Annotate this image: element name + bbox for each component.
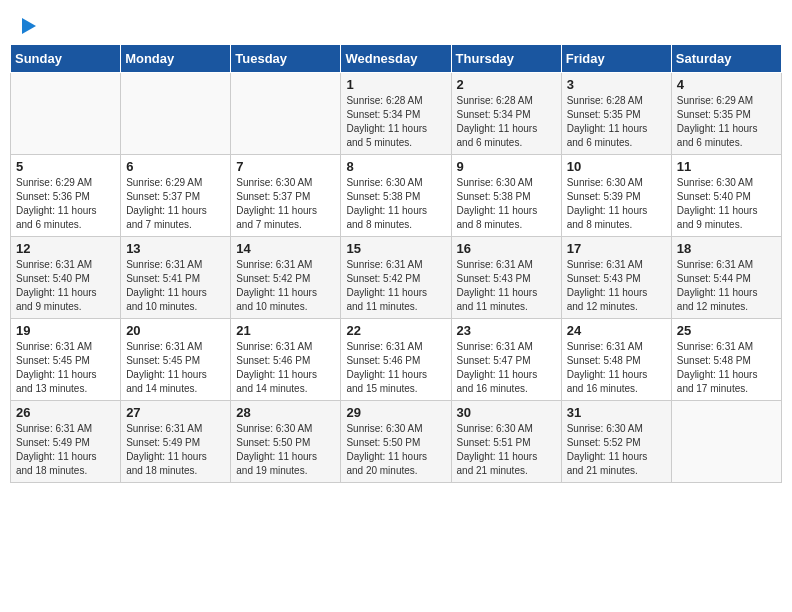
page-header [10,10,782,39]
day-number: 3 [567,77,666,92]
day-info: Sunrise: 6:31 AM Sunset: 5:45 PM Dayligh… [16,340,115,396]
calendar-cell: 27Sunrise: 6:31 AM Sunset: 5:49 PM Dayli… [121,401,231,483]
day-number: 24 [567,323,666,338]
day-number: 29 [346,405,445,420]
day-info: Sunrise: 6:30 AM Sunset: 5:38 PM Dayligh… [346,176,445,232]
day-number: 31 [567,405,666,420]
calendar-cell: 14Sunrise: 6:31 AM Sunset: 5:42 PM Dayli… [231,237,341,319]
day-info: Sunrise: 6:28 AM Sunset: 5:35 PM Dayligh… [567,94,666,150]
calendar-cell: 24Sunrise: 6:31 AM Sunset: 5:48 PM Dayli… [561,319,671,401]
day-info: Sunrise: 6:30 AM Sunset: 5:37 PM Dayligh… [236,176,335,232]
calendar-cell: 7Sunrise: 6:30 AM Sunset: 5:37 PM Daylig… [231,155,341,237]
calendar-cell: 28Sunrise: 6:30 AM Sunset: 5:50 PM Dayli… [231,401,341,483]
calendar-cell [671,401,781,483]
day-number: 26 [16,405,115,420]
day-number: 16 [457,241,556,256]
calendar-cell: 4Sunrise: 6:29 AM Sunset: 5:35 PM Daylig… [671,73,781,155]
week-row-1: 1Sunrise: 6:28 AM Sunset: 5:34 PM Daylig… [11,73,782,155]
day-info: Sunrise: 6:30 AM Sunset: 5:52 PM Dayligh… [567,422,666,478]
day-info: Sunrise: 6:30 AM Sunset: 5:50 PM Dayligh… [236,422,335,478]
day-number: 13 [126,241,225,256]
day-info: Sunrise: 6:30 AM Sunset: 5:40 PM Dayligh… [677,176,776,232]
day-number: 4 [677,77,776,92]
day-number: 6 [126,159,225,174]
weekday-header-monday: Monday [121,45,231,73]
weekday-header-tuesday: Tuesday [231,45,341,73]
week-row-2: 5Sunrise: 6:29 AM Sunset: 5:36 PM Daylig… [11,155,782,237]
day-info: Sunrise: 6:29 AM Sunset: 5:37 PM Dayligh… [126,176,225,232]
day-info: Sunrise: 6:29 AM Sunset: 5:35 PM Dayligh… [677,94,776,150]
day-number: 14 [236,241,335,256]
calendar-cell: 8Sunrise: 6:30 AM Sunset: 5:38 PM Daylig… [341,155,451,237]
calendar-cell [231,73,341,155]
day-info: Sunrise: 6:31 AM Sunset: 5:44 PM Dayligh… [677,258,776,314]
calendar-cell: 1Sunrise: 6:28 AM Sunset: 5:34 PM Daylig… [341,73,451,155]
day-info: Sunrise: 6:31 AM Sunset: 5:45 PM Dayligh… [126,340,225,396]
calendar-cell [121,73,231,155]
day-info: Sunrise: 6:31 AM Sunset: 5:49 PM Dayligh… [126,422,225,478]
day-number: 30 [457,405,556,420]
day-number: 9 [457,159,556,174]
day-number: 20 [126,323,225,338]
week-row-4: 19Sunrise: 6:31 AM Sunset: 5:45 PM Dayli… [11,319,782,401]
calendar-cell: 29Sunrise: 6:30 AM Sunset: 5:50 PM Dayli… [341,401,451,483]
calendar-cell: 10Sunrise: 6:30 AM Sunset: 5:39 PM Dayli… [561,155,671,237]
day-info: Sunrise: 6:30 AM Sunset: 5:50 PM Dayligh… [346,422,445,478]
calendar-cell: 30Sunrise: 6:30 AM Sunset: 5:51 PM Dayli… [451,401,561,483]
calendar-cell: 25Sunrise: 6:31 AM Sunset: 5:48 PM Dayli… [671,319,781,401]
day-number: 23 [457,323,556,338]
calendar-table: SundayMondayTuesdayWednesdayThursdayFrid… [10,44,782,483]
day-number: 7 [236,159,335,174]
day-number: 27 [126,405,225,420]
week-row-5: 26Sunrise: 6:31 AM Sunset: 5:49 PM Dayli… [11,401,782,483]
calendar-cell: 9Sunrise: 6:30 AM Sunset: 5:38 PM Daylig… [451,155,561,237]
day-number: 18 [677,241,776,256]
day-number: 28 [236,405,335,420]
day-number: 11 [677,159,776,174]
day-info: Sunrise: 6:31 AM Sunset: 5:43 PM Dayligh… [457,258,556,314]
calendar-cell: 18Sunrise: 6:31 AM Sunset: 5:44 PM Dayli… [671,237,781,319]
day-info: Sunrise: 6:30 AM Sunset: 5:39 PM Dayligh… [567,176,666,232]
weekday-header-row: SundayMondayTuesdayWednesdayThursdayFrid… [11,45,782,73]
day-number: 10 [567,159,666,174]
weekday-header-thursday: Thursday [451,45,561,73]
calendar-cell: 31Sunrise: 6:30 AM Sunset: 5:52 PM Dayli… [561,401,671,483]
day-info: Sunrise: 6:28 AM Sunset: 5:34 PM Dayligh… [457,94,556,150]
day-number: 8 [346,159,445,174]
logo-arrow-icon [22,18,36,34]
week-row-3: 12Sunrise: 6:31 AM Sunset: 5:40 PM Dayli… [11,237,782,319]
day-info: Sunrise: 6:31 AM Sunset: 5:48 PM Dayligh… [677,340,776,396]
day-number: 22 [346,323,445,338]
calendar-cell: 21Sunrise: 6:31 AM Sunset: 5:46 PM Dayli… [231,319,341,401]
calendar-cell: 5Sunrise: 6:29 AM Sunset: 5:36 PM Daylig… [11,155,121,237]
calendar-cell [11,73,121,155]
calendar-cell: 23Sunrise: 6:31 AM Sunset: 5:47 PM Dayli… [451,319,561,401]
day-number: 21 [236,323,335,338]
day-info: Sunrise: 6:31 AM Sunset: 5:43 PM Dayligh… [567,258,666,314]
calendar-cell: 20Sunrise: 6:31 AM Sunset: 5:45 PM Dayli… [121,319,231,401]
day-info: Sunrise: 6:31 AM Sunset: 5:40 PM Dayligh… [16,258,115,314]
calendar-cell: 16Sunrise: 6:31 AM Sunset: 5:43 PM Dayli… [451,237,561,319]
day-info: Sunrise: 6:31 AM Sunset: 5:42 PM Dayligh… [236,258,335,314]
day-info: Sunrise: 6:31 AM Sunset: 5:47 PM Dayligh… [457,340,556,396]
calendar-cell: 26Sunrise: 6:31 AM Sunset: 5:49 PM Dayli… [11,401,121,483]
calendar-cell: 6Sunrise: 6:29 AM Sunset: 5:37 PM Daylig… [121,155,231,237]
day-number: 12 [16,241,115,256]
day-info: Sunrise: 6:31 AM Sunset: 5:49 PM Dayligh… [16,422,115,478]
calendar-cell: 3Sunrise: 6:28 AM Sunset: 5:35 PM Daylig… [561,73,671,155]
weekday-header-saturday: Saturday [671,45,781,73]
logo [20,20,36,34]
day-number: 17 [567,241,666,256]
weekday-header-wednesday: Wednesday [341,45,451,73]
day-info: Sunrise: 6:31 AM Sunset: 5:41 PM Dayligh… [126,258,225,314]
calendar-cell: 13Sunrise: 6:31 AM Sunset: 5:41 PM Dayli… [121,237,231,319]
day-number: 1 [346,77,445,92]
day-number: 2 [457,77,556,92]
day-number: 5 [16,159,115,174]
calendar-cell: 15Sunrise: 6:31 AM Sunset: 5:42 PM Dayli… [341,237,451,319]
day-info: Sunrise: 6:31 AM Sunset: 5:46 PM Dayligh… [346,340,445,396]
calendar-cell: 19Sunrise: 6:31 AM Sunset: 5:45 PM Dayli… [11,319,121,401]
day-info: Sunrise: 6:29 AM Sunset: 5:36 PM Dayligh… [16,176,115,232]
day-info: Sunrise: 6:28 AM Sunset: 5:34 PM Dayligh… [346,94,445,150]
calendar-cell: 2Sunrise: 6:28 AM Sunset: 5:34 PM Daylig… [451,73,561,155]
